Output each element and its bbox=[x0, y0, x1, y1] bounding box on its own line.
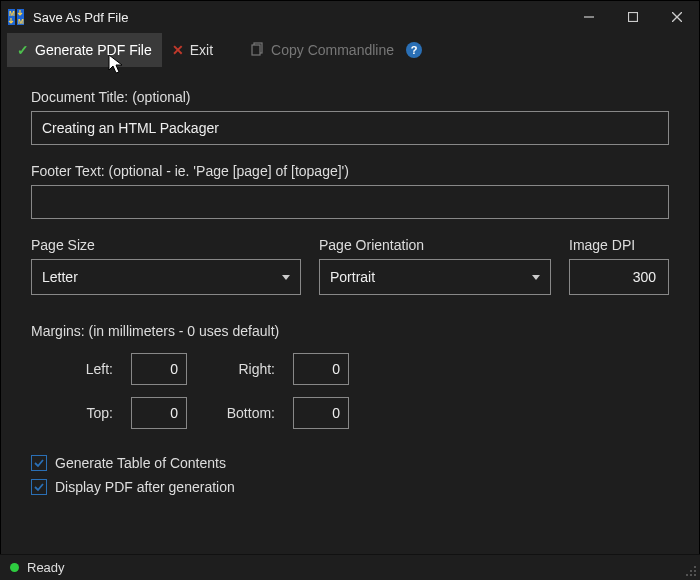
svg-point-11 bbox=[690, 570, 692, 572]
svg-point-12 bbox=[694, 570, 696, 572]
help-icon[interactable]: ? bbox=[406, 42, 422, 58]
toolbar: ✓ Generate PDF File ✕ Exit Copy Commandl… bbox=[1, 33, 699, 67]
margin-left-label: Left: bbox=[53, 361, 113, 377]
svg-rect-9 bbox=[252, 45, 260, 55]
exit-label: Exit bbox=[190, 42, 213, 58]
image-dpi-label: Image DPI bbox=[569, 237, 669, 253]
close-button[interactable] bbox=[655, 1, 699, 33]
margin-top-label: Top: bbox=[53, 405, 113, 421]
margin-left-input[interactable] bbox=[131, 353, 187, 385]
svg-text:M: M bbox=[18, 18, 24, 25]
resize-grip-icon[interactable] bbox=[685, 565, 697, 577]
document-title-label: Document Title: (optional) bbox=[31, 89, 669, 105]
copy-commandline-button[interactable]: Copy Commandline ? bbox=[241, 33, 432, 67]
exit-button[interactable]: ✕ Exit bbox=[162, 33, 223, 67]
status-text: Ready bbox=[27, 560, 65, 575]
status-indicator-icon bbox=[10, 563, 19, 572]
footer-text-label: Footer Text: (optional - ie. 'Page [page… bbox=[31, 163, 669, 179]
chevron-down-icon bbox=[532, 275, 540, 280]
toc-checkbox-label: Generate Table of Contents bbox=[55, 455, 226, 471]
margin-bottom-label: Bottom: bbox=[205, 405, 275, 421]
copy-commandline-label: Copy Commandline bbox=[271, 42, 394, 58]
svg-point-13 bbox=[686, 574, 688, 576]
minimize-button[interactable] bbox=[567, 1, 611, 33]
svg-point-15 bbox=[694, 574, 696, 576]
check-icon: ✓ bbox=[17, 42, 29, 58]
page-orientation-value: Portrait bbox=[330, 269, 375, 285]
title-bar: M M Save As Pdf File bbox=[1, 1, 699, 33]
maximize-button[interactable] bbox=[611, 1, 655, 33]
document-title-input[interactable] bbox=[31, 111, 669, 145]
svg-rect-5 bbox=[629, 13, 638, 22]
margin-bottom-input[interactable] bbox=[293, 397, 349, 429]
close-icon: ✕ bbox=[172, 42, 184, 58]
generate-pdf-label: Generate PDF File bbox=[35, 42, 152, 58]
margin-top-input[interactable] bbox=[131, 397, 187, 429]
footer-text-input[interactable] bbox=[31, 185, 669, 219]
display-after-checkbox[interactable] bbox=[31, 479, 47, 495]
window-title: Save As Pdf File bbox=[33, 10, 128, 25]
page-size-label: Page Size bbox=[31, 237, 301, 253]
display-after-checkbox-label: Display PDF after generation bbox=[55, 479, 235, 495]
app-icon: M M bbox=[7, 8, 25, 26]
toc-checkbox[interactable] bbox=[31, 455, 47, 471]
copy-icon bbox=[251, 42, 265, 59]
chevron-down-icon bbox=[282, 275, 290, 280]
margin-right-input[interactable] bbox=[293, 353, 349, 385]
form-body: Document Title: (optional) Footer Text: … bbox=[1, 67, 699, 513]
svg-point-14 bbox=[690, 574, 692, 576]
image-dpi-input[interactable] bbox=[569, 259, 669, 295]
toc-checkbox-row[interactable]: Generate Table of Contents bbox=[31, 455, 669, 471]
page-size-select[interactable]: Letter bbox=[31, 259, 301, 295]
page-size-value: Letter bbox=[42, 269, 78, 285]
svg-text:M: M bbox=[9, 10, 15, 17]
page-orientation-label: Page Orientation bbox=[319, 237, 551, 253]
generate-pdf-button[interactable]: ✓ Generate PDF File bbox=[7, 33, 162, 67]
svg-point-10 bbox=[694, 566, 696, 568]
display-after-checkbox-row[interactable]: Display PDF after generation bbox=[31, 479, 669, 495]
status-bar: Ready bbox=[0, 554, 700, 580]
margins-label: Margins: (in millimeters - 0 uses defaul… bbox=[31, 323, 669, 339]
page-orientation-select[interactable]: Portrait bbox=[319, 259, 551, 295]
margin-right-label: Right: bbox=[205, 361, 275, 377]
